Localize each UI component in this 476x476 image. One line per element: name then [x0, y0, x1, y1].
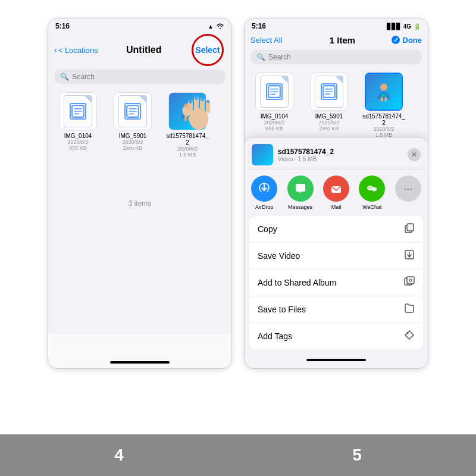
signal-type-5: 4G [403, 23, 411, 30]
list-item[interactable]: sd1575781474_ 2 2020/6/2 1.5 MB [164, 92, 211, 158]
share-sheet-header: sd1575781474_2 Video · 1.5 MB ✕ [245, 138, 428, 170]
svg-rect-47 [407, 277, 414, 284]
battery-icon-5: 🔋 [414, 23, 421, 30]
svg-point-40 [372, 187, 377, 191]
nav-title-4: Untitled [126, 45, 162, 55]
messages-icon [287, 176, 314, 202]
selection-check-5: ✓ [390, 35, 401, 45]
add-tags-icon [404, 330, 415, 343]
file-icon-5-2 [310, 73, 348, 111]
svg-point-30 [380, 84, 387, 91]
items-count-4: 3 items [48, 199, 231, 208]
share-sheet: sd1575781474_2 Video · 1.5 MB ✕ [245, 138, 428, 368]
file-icon-2 [114, 92, 152, 130]
search-bar-4[interactable]: 🔍 [54, 70, 226, 84]
file-size-2: Zero KB [123, 145, 142, 151]
shared-album-menu-item[interactable]: Add to Shared Album [249, 270, 423, 296]
wechat-label: WeChat [362, 204, 381, 210]
file-size-3: 1.5 MB [179, 152, 196, 158]
share-apps-row: AirDrop Messages [245, 170, 428, 216]
file-icon-5-3 [365, 73, 403, 111]
label-number-4: 4 [0, 446, 238, 465]
file-date-1: 2020/6/2 [67, 139, 88, 145]
search-icon-4: 🔍 [60, 73, 69, 81]
nav-title-5: 1 Item [330, 35, 355, 45]
file-date-3: 2020/6/2 [177, 146, 198, 152]
svg-point-49 [407, 333, 409, 334]
list-item[interactable]: IMG_5901 2020/6/2 Zero KB [305, 73, 353, 138]
screen4-inner: 5:16 ▲ ‹ [48, 18, 231, 368]
copy-menu-item[interactable]: Copy [249, 216, 423, 243]
svg-point-41 [369, 187, 370, 189]
file-grid-5: IMG_0104 2020/6/2 655 KB [245, 67, 428, 144]
svg-rect-16 [206, 100, 210, 113]
file-name-3: sd1575781474_ [166, 133, 209, 139]
share-file-name: sd1575781474_2 [278, 148, 334, 156]
more-icon: ··· [395, 176, 421, 202]
mail-share-btn[interactable]: Mail [321, 176, 351, 210]
save-video-menu-item[interactable]: Save Video [249, 243, 423, 270]
search-bar-5[interactable]: 🔍 [250, 50, 422, 64]
svg-point-8 [184, 104, 191, 111]
select-all-btn-5[interactable]: Select All [250, 36, 282, 45]
copy-icon [404, 223, 415, 236]
wechat-share-btn[interactable]: WeChat [357, 176, 387, 210]
label-bar: 4 5 [0, 434, 476, 476]
wifi-icon-4 [216, 22, 224, 30]
list-item[interactable]: IMG_5901 2020/6/2 Zero KB [109, 92, 156, 158]
add-tags-label: Add Tags [258, 331, 292, 341]
messages-share-btn[interactable]: Messages [285, 176, 315, 210]
airdrop-label: AirDrop [255, 204, 274, 210]
save-files-menu-item[interactable]: Save to Files [249, 296, 423, 323]
save-files-label: Save to Files [258, 305, 306, 314]
svg-point-42 [371, 187, 372, 189]
wechat-icon [359, 176, 385, 202]
share-file-info: sd1575781474_2 Video · 1.5 MB [252, 144, 334, 165]
file-name-5-1: IMG_0104 [261, 113, 289, 120]
file-name-3b: 2 [186, 139, 189, 146]
file-icon-1 [59, 92, 97, 130]
save-video-icon [404, 249, 415, 262]
file-date-2: 2020/6/2 [122, 139, 143, 145]
mail-label: Mail [331, 204, 342, 210]
list-item[interactable]: IMG_0104 2020/6/2 655 KB [54, 92, 102, 158]
done-btn-5[interactable]: Done [403, 36, 422, 45]
svg-rect-10 [184, 117, 187, 121]
add-tags-menu-item[interactable]: Add Tags [249, 323, 423, 349]
svg-rect-11 [189, 117, 191, 121]
status-bar-4: 5:16 ▲ [48, 18, 231, 33]
status-icons-4: ▲ [208, 22, 224, 30]
phone-frame-5: 5:16 ▊▊▊ 4G 🔋 Select All 1 Item Done 🔍 [244, 18, 428, 369]
phone-frame-4: 5:16 ▲ ‹ [48, 18, 232, 369]
airdrop-share-btn[interactable]: AirDrop [249, 176, 279, 210]
svg-rect-33 [385, 97, 387, 102]
mail-icon [323, 176, 349, 202]
time-4: 5:16 [55, 22, 70, 30]
select-btn-4[interactable]: Select [195, 45, 220, 55]
bars-icon-5: ▊▊▊ [387, 23, 401, 30]
chevron-left-icon-4: ‹ [54, 45, 57, 55]
file-name-2: IMG_5901 [119, 133, 147, 139]
shared-album-label: Add to Shared Album [258, 278, 336, 287]
time-5: 5:16 [252, 22, 266, 30]
search-input-5[interactable] [268, 53, 416, 61]
back-btn-4[interactable]: ‹ < Locations [54, 45, 98, 55]
back-label-4: < Locations [58, 46, 98, 55]
status-icons-5: ▊▊▊ 4G 🔋 [387, 23, 421, 30]
list-item[interactable]: ✓ sd1575781474_ 2 2020/6/2 1.5 MB [360, 73, 408, 138]
screen5-inner: 5:16 ▊▊▊ 4G 🔋 Select All 1 Item Done 🔍 [245, 18, 428, 368]
more-share-btn[interactable]: ··· [393, 176, 423, 210]
home-indicator-4 [110, 361, 170, 364]
share-thumb [252, 144, 273, 165]
search-icon-5: 🔍 [256, 53, 265, 61]
file-name-5-2: IMG_5901 [315, 113, 343, 120]
main-container: 5:16 ▲ ‹ [0, 0, 476, 476]
screenshots-row: 5:16 ▲ ‹ [0, 0, 476, 434]
search-input-4[interactable] [72, 73, 220, 81]
list-item[interactable]: IMG_0104 2020/6/2 655 KB [250, 73, 298, 138]
copy-label: Copy [258, 224, 277, 234]
close-btn-share[interactable]: ✕ [408, 148, 421, 161]
status-bar-5: 5:16 ▊▊▊ 4G 🔋 [245, 18, 428, 33]
svg-rect-44 [407, 224, 414, 231]
airdrop-icon [251, 176, 277, 202]
